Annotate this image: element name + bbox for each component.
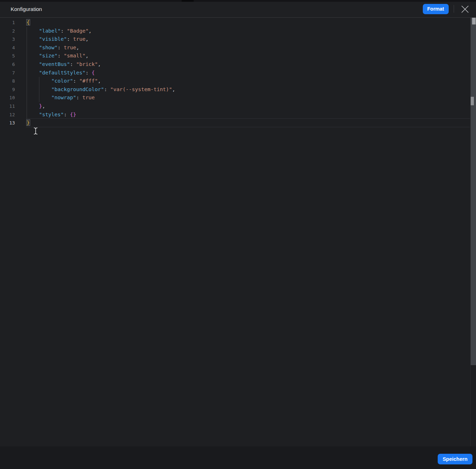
code-token: "nowrap" <box>51 95 76 100</box>
code-text: "show": true, <box>27 44 79 52</box>
code-token <box>27 70 39 76</box>
code-token: , <box>98 61 101 67</box>
code-text: "label": "Badge", <box>27 27 92 35</box>
code-token <box>27 28 39 34</box>
code-token: : <box>57 53 63 58</box>
code-text: "defaultStyles": { <box>27 69 95 77</box>
line-number: 2 <box>0 27 15 35</box>
code-token: true <box>82 95 95 100</box>
code-token <box>27 36 39 42</box>
code-token: : <box>85 70 92 76</box>
code-token: , <box>85 36 89 42</box>
header-divider <box>454 5 454 13</box>
code-token: , <box>42 103 45 109</box>
code-token: : <box>70 61 76 67</box>
code-token: , <box>76 45 79 50</box>
code-text: } <box>27 119 38 135</box>
background-artifact <box>182 0 194 2</box>
configuration-dialog: Konfiguration Format 1{2 "label": "Badge… <box>0 0 476 469</box>
code-token <box>27 95 51 100</box>
code-token: "styles" <box>39 112 64 117</box>
code-token: "label" <box>39 28 61 34</box>
code-token: : <box>64 112 70 117</box>
scrollbar-track[interactable] <box>470 18 476 446</box>
code-line-9: 9 "backgroundColor": "var(--system-tint)… <box>0 85 470 94</box>
code-text: "backgroundColor": "var(--system-tint)", <box>27 85 175 94</box>
code-token: : <box>104 86 110 92</box>
code-text: }, <box>27 102 45 111</box>
text-ibeam-cursor-icon <box>33 127 38 135</box>
code-token: "show" <box>39 45 57 50</box>
code-line-1: 1{ <box>0 18 470 27</box>
code-token <box>27 61 39 67</box>
close-icon <box>461 5 469 13</box>
line-number: 5 <box>0 52 15 60</box>
code-token: "Badge" <box>67 28 89 34</box>
code-token: , <box>85 53 89 58</box>
code-token: "visible" <box>39 36 67 42</box>
code-line-11: 11 }, <box>0 102 470 111</box>
code-token: "var(--system-tint)" <box>110 86 172 92</box>
overview-ruler-marker <box>472 18 476 24</box>
code-editor[interactable]: 1{2 "label": "Badge",3 "visible": true,4… <box>0 18 476 446</box>
code-token: { <box>92 70 95 76</box>
code-line-2: 2 "label": "Badge", <box>0 27 470 35</box>
line-number: 9 <box>0 85 15 94</box>
dialog-title: Konfiguration <box>11 0 42 18</box>
code-line-4: 4 "show": true, <box>0 44 470 52</box>
line-number: 8 <box>0 77 15 85</box>
line-number: 11 <box>0 102 15 111</box>
line-number: 6 <box>0 60 15 69</box>
overview-ruler-cursor-marker <box>471 97 474 105</box>
line-number: 7 <box>0 69 15 77</box>
code-line-8: 8 "color": "#fff", <box>0 77 470 85</box>
matched-bracket: } <box>27 120 30 125</box>
window-top-edge <box>0 0 476 2</box>
line-number: 13 <box>0 119 15 127</box>
code-token <box>27 78 51 84</box>
code-text: "color": "#fff", <box>27 77 101 85</box>
code-token: "#fff" <box>79 78 98 84</box>
code-lines: 1{2 "label": "Badge",3 "visible": true,4… <box>0 18 470 127</box>
code-token: : <box>57 45 63 50</box>
code-text: "styles": {} <box>27 111 76 119</box>
code-token: true <box>64 45 76 50</box>
code-text: "nowrap": true <box>27 94 95 102</box>
format-button[interactable]: Format <box>423 4 449 14</box>
code-token <box>27 103 39 109</box>
save-button[interactable]: Speichern <box>438 454 472 464</box>
code-token: true <box>73 36 85 42</box>
code-text: "visible": true, <box>27 35 89 44</box>
code-token: , <box>89 28 92 34</box>
code-line-12: 12 "styles": {} <box>0 111 470 119</box>
code-token: "color" <box>51 78 73 84</box>
code-token: } <box>39 103 42 109</box>
dialog-header: Konfiguration Format <box>0 0 476 18</box>
code-token <box>27 112 39 117</box>
code-token: : <box>73 78 79 84</box>
code-text: "size": "small", <box>27 52 89 60</box>
matched-bracket: { <box>27 19 30 25</box>
scrollbar-thumb[interactable] <box>471 18 476 365</box>
line-number: 3 <box>0 35 15 44</box>
dialog-footer: Speichern <box>0 446 476 469</box>
code-text: { <box>27 18 30 27</box>
code-token: "brick" <box>76 61 98 67</box>
code-token <box>27 86 51 92</box>
code-token: "defaultStyles" <box>39 70 85 76</box>
code-line-6: 6 "eventBus": "brick", <box>0 60 470 69</box>
line-number: 4 <box>0 44 15 52</box>
close-button[interactable] <box>461 5 469 13</box>
code-line-13: 13} <box>0 119 470 127</box>
line-number: 10 <box>0 94 15 102</box>
line-number: 12 <box>0 111 15 119</box>
code-line-10: 10 "nowrap": true <box>0 94 470 102</box>
code-token: "eventBus" <box>39 61 70 67</box>
code-token: , <box>98 78 101 84</box>
code-token <box>27 45 39 50</box>
code-token: "backgroundColor" <box>51 86 104 92</box>
code-text: "eventBus": "brick", <box>27 60 101 69</box>
code-token: , <box>172 86 175 92</box>
code-token: "size" <box>39 53 57 58</box>
code-token: : <box>61 28 67 34</box>
